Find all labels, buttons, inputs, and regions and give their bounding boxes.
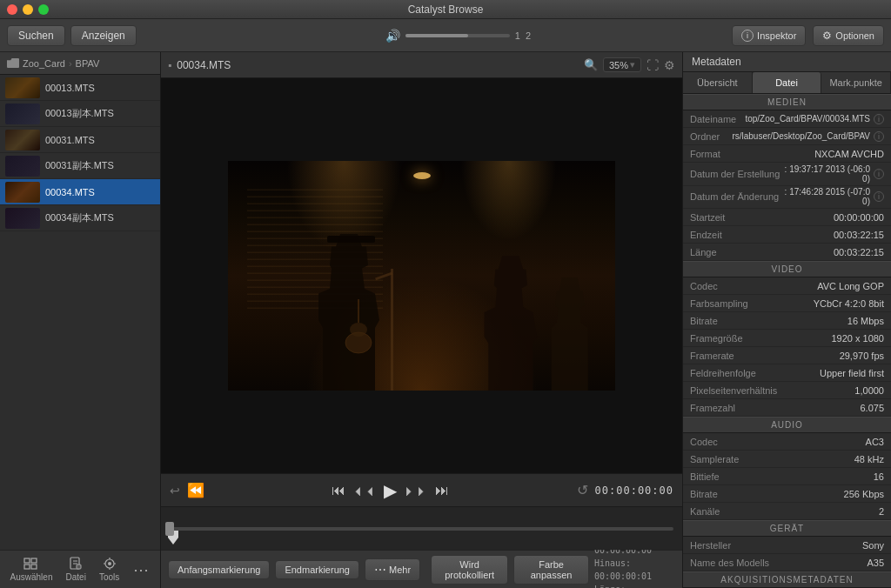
meta-value: 16 Mbps bbox=[847, 316, 884, 326]
zoom-display: 35% ▾ bbox=[603, 57, 641, 72]
meta-label: Hersteller bbox=[690, 540, 731, 551]
meta-value: 6.075 bbox=[860, 403, 884, 413]
file-name: 00031.MTS bbox=[45, 135, 95, 145]
farbe-anpassen-button[interactable]: Farbe anpassen bbox=[513, 555, 589, 585]
meta-label: Endzeit bbox=[690, 230, 722, 240]
anfangsmarkierung-button[interactable]: Anfangsmarkierung bbox=[168, 560, 270, 579]
file-item[interactable]: 00013副本.MTS bbox=[0, 101, 160, 127]
main-area: Zoo_Card › BPAV 00013.MTS 00013副本.MTS 00… bbox=[0, 52, 891, 588]
info-icon[interactable]: i bbox=[874, 169, 884, 179]
volume-slider[interactable] bbox=[405, 34, 510, 37]
video-frame bbox=[228, 161, 615, 391]
file-name: 00034.MTS bbox=[45, 187, 95, 197]
meta-value: 256 Kbps bbox=[844, 489, 884, 499]
file-thumb bbox=[5, 130, 40, 150]
meta-value: A35 bbox=[867, 558, 884, 568]
datei-button[interactable]: Datei bbox=[63, 555, 90, 584]
inspektor-button[interactable]: i Inspektor bbox=[732, 25, 806, 46]
endmarkierung-button[interactable]: Endmarkierung bbox=[275, 560, 359, 579]
optionen-button[interactable]: ⚙ Optionen bbox=[813, 25, 884, 46]
meta-value: 1,0000 bbox=[854, 385, 884, 396]
meta-label: Feldreihenfolge bbox=[690, 368, 756, 378]
svg-rect-2 bbox=[24, 565, 30, 569]
settings-icon[interactable]: ⚙ bbox=[664, 58, 675, 72]
file-item-selected[interactable]: 00034.MTS bbox=[0, 179, 160, 205]
meta-label: Datum der Erstellung bbox=[690, 169, 780, 179]
folder-icon bbox=[7, 58, 19, 68]
video-topbar: ▪ 00034.MTS 🔍 35% ▾ ⛶ ⚙ bbox=[161, 52, 682, 78]
meta-label: Codec bbox=[690, 437, 718, 447]
step-back-button[interactable]: ⏴⏴ bbox=[352, 484, 377, 498]
file-thumb bbox=[5, 208, 40, 229]
tab-uebersicht[interactable]: Übersicht bbox=[683, 72, 753, 93]
minimize-button[interactable] bbox=[23, 4, 33, 15]
traffic-lights bbox=[7, 4, 49, 15]
info-icon[interactable]: i bbox=[874, 191, 884, 202]
auswählen-button[interactable]: Auswählen bbox=[7, 555, 57, 584]
search-icon[interactable]: 🔍 bbox=[584, 58, 598, 71]
protokolliert-button[interactable]: Wird protokolliert bbox=[431, 555, 508, 585]
rewind-button[interactable]: ⏪ bbox=[187, 482, 204, 498]
return-to-start-icon: ↩ bbox=[170, 484, 180, 498]
meta-value: AVC Long GOP bbox=[817, 281, 884, 291]
info-icon: i bbox=[741, 30, 754, 42]
tools-icon bbox=[101, 557, 118, 571]
tab-markpunkte[interactable]: Mark.punkte bbox=[821, 72, 891, 93]
video-scene bbox=[228, 161, 615, 391]
meta-row-framerate: Framerate 29,970 fps bbox=[683, 347, 891, 364]
meta-value: 48 kHz bbox=[854, 454, 884, 464]
tools-label: Tools bbox=[99, 572, 119, 582]
meta-label: Farbsampling bbox=[690, 298, 748, 309]
volume-icon: 🔊 bbox=[385, 29, 400, 43]
file-icon: ▪ bbox=[168, 59, 171, 71]
file-item[interactable]: 00013.MTS bbox=[0, 75, 160, 101]
meta-value: YCbCr 4:2:0 8bit bbox=[814, 298, 884, 309]
go-to-end-button[interactable]: ⏭ bbox=[435, 483, 449, 498]
tools-button[interactable]: Tools bbox=[96, 555, 123, 584]
mehr-button[interactable]: ⋯ bbox=[129, 561, 153, 578]
section-header-geraet: GERÄT bbox=[683, 520, 891, 537]
meta-row-laenge: Länge 00:03:22:15 bbox=[683, 244, 891, 261]
scrubber-track[interactable] bbox=[170, 527, 673, 531]
play-pause-button[interactable]: ▶ bbox=[384, 480, 397, 501]
scrubber-head[interactable] bbox=[165, 522, 174, 536]
file-item[interactable]: 00031副本.MTS bbox=[0, 153, 160, 179]
laenge-info: Länge: 00:00:00:01 bbox=[594, 583, 675, 589]
svg-rect-0 bbox=[24, 558, 30, 563]
maximize-button[interactable] bbox=[38, 4, 49, 15]
loop-button[interactable]: ↺ bbox=[577, 482, 588, 498]
right-buttons: i Inspektor ⚙ Optionen bbox=[732, 25, 884, 46]
metadata-tabs: Übersicht Datei Mark.punkte bbox=[683, 72, 891, 94]
section-header-akquisition: AKQUISITIONSMETADATEN bbox=[683, 571, 891, 588]
mehr-button[interactable]: ⋯ Mehr bbox=[365, 558, 420, 581]
chevron-down-icon: ▾ bbox=[630, 59, 635, 70]
meta-row-aenderung: Datum der Änderung : 17:46:28 2015 (-07:… bbox=[683, 186, 891, 209]
tab-datei[interactable]: Datei bbox=[753, 72, 822, 93]
timeline[interactable] bbox=[161, 506, 682, 550]
meta-row-format: Format NXCAM AVCHD bbox=[683, 145, 891, 163]
fullscreen-icon[interactable]: ⛶ bbox=[646, 58, 659, 72]
anzeigen-button[interactable]: Anzeigen bbox=[70, 25, 137, 46]
breadcrumb-subfolder: BPAV bbox=[76, 58, 100, 69]
meta-label: Codec bbox=[690, 281, 718, 291]
close-button[interactable] bbox=[7, 4, 17, 15]
file-item[interactable]: 00034副本.MTS bbox=[0, 205, 160, 231]
meta-value: AC3 bbox=[866, 437, 884, 447]
metadata-panel: Metadaten Übersicht Datei Mark.punkte ME… bbox=[682, 52, 891, 588]
file-thumb bbox=[5, 156, 40, 177]
suchen-button[interactable]: Suchen bbox=[7, 25, 65, 46]
step-forward-button[interactable]: ⏵⏵ bbox=[404, 484, 428, 498]
meta-label: Framezahl bbox=[690, 403, 735, 413]
meta-label: Startzeit bbox=[690, 212, 725, 223]
info-icon[interactable]: i bbox=[874, 131, 884, 142]
svg-point-9 bbox=[108, 562, 111, 565]
meta-row-acodec: Codec AC3 bbox=[683, 433, 891, 451]
go-to-start-button[interactable]: ⏮ bbox=[332, 483, 345, 498]
info-icon[interactable]: i bbox=[874, 114, 884, 124]
meta-value: 1920 x 1080 bbox=[831, 333, 884, 344]
meta-row-modell: Name des Modells A35 bbox=[683, 554, 891, 571]
file-item[interactable]: 00031.MTS bbox=[0, 127, 160, 153]
meta-value: Sony bbox=[862, 540, 884, 551]
meta-label: Format bbox=[690, 149, 720, 159]
video-viewport bbox=[161, 78, 682, 473]
